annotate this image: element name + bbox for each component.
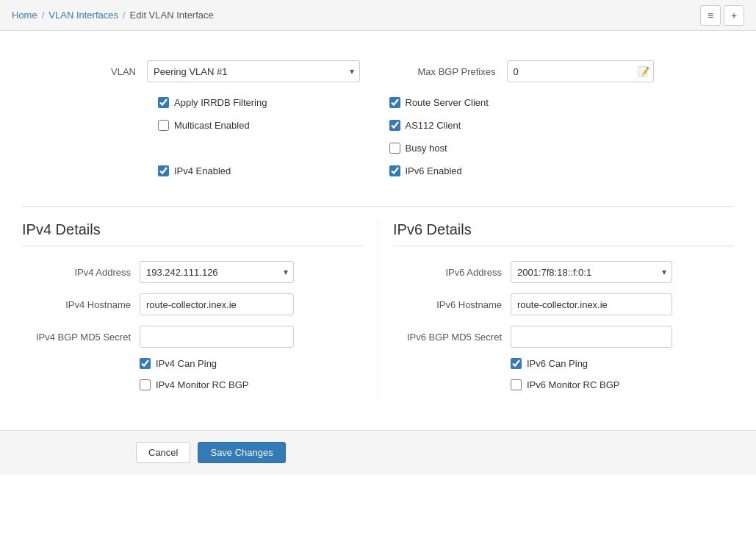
ipv6-md5-input[interactable] (511, 326, 672, 348)
add-icon: + (731, 10, 737, 21)
ipv6-address-row: IPv6 Address 2001:7f8:18::f:0:1 (393, 261, 734, 283)
ipv6-address-select-wrap: 2001:7f8:18::f:0:1 (511, 261, 672, 283)
multicast-checkbox[interactable] (158, 120, 169, 131)
ipv6-monitor-checkbox-label[interactable]: IPv6 Monitor RC BGP (511, 379, 619, 390)
section-divider (22, 206, 734, 207)
ipv4-md5-label: IPv4 BGP MD5 Secret (22, 332, 140, 343)
breadcrumb-vlan-interfaces[interactable]: VLAN Interfaces (48, 10, 118, 21)
ipv6-hostname-row: IPv6 Hostname (393, 293, 734, 315)
ipv4-address-label: IPv4 Address (22, 267, 140, 278)
ipv4-md5-input[interactable] (140, 326, 294, 348)
ipv4-hostname-input[interactable] (140, 293, 294, 315)
ipv6-details-col: IPv6 Details IPv6 Address 2001:7f8:18::f… (378, 221, 734, 401)
busy-host-label: Busy host (406, 143, 447, 154)
breadcrumb-bar: Home / VLAN Interfaces / Edit VLAN Inter… (0, 0, 756, 31)
ipv6-can-ping-label: IPv6 Can Ping (527, 358, 588, 369)
ipv6-enabled-checkbox-label[interactable]: IPv6 Enabled (389, 165, 735, 176)
ipv4-details-heading: IPv4 Details (22, 221, 363, 246)
ipv6-address-select[interactable]: 2001:7f8:18::f:0:1 (511, 261, 672, 283)
breadcrumb: Home / VLAN Interfaces / Edit VLAN Inter… (12, 10, 214, 21)
ipv4-monitor-checkbox-label[interactable]: IPv4 Monitor RC BGP (140, 379, 248, 390)
list-view-button[interactable]: ≡ (700, 5, 721, 26)
ipv4-hostname-row: IPv4 Hostname (22, 293, 363, 315)
ipv6-monitor-label: IPv6 Monitor RC BGP (527, 379, 619, 390)
busy-host-checkbox[interactable] (389, 143, 400, 154)
as112-checkbox-label[interactable]: AS112 Client (389, 120, 735, 131)
max-bgp-input[interactable]: 0 (507, 60, 654, 82)
apply-irrdb-checkbox-label[interactable]: Apply IRRDB Filtering (158, 97, 367, 108)
ipv4-address-select-wrap: 193.242.111.126 (140, 261, 294, 283)
ipv6-md5-row: IPv6 BGP MD5 Secret (393, 326, 734, 348)
ip-details-two-col: IPv4 Details IPv4 Address 193.242.111.12… (22, 221, 734, 401)
cancel-button[interactable]: Cancel (136, 442, 190, 463)
ipv4-can-ping-checkbox[interactable] (140, 358, 151, 369)
ipv4-can-ping-checkbox-label[interactable]: IPv4 Can Ping (140, 358, 217, 369)
breadcrumb-home[interactable]: Home (12, 10, 37, 21)
ipv6-monitor-checkbox[interactable] (511, 379, 522, 390)
footer-bar: Cancel Save Changes (0, 430, 756, 474)
ipv4-monitor-row: IPv4 Monitor RC BGP (22, 379, 363, 390)
route-server-checkbox[interactable] (389, 97, 400, 108)
vlan-label: VLAN (22, 66, 147, 77)
multicast-checkbox-label[interactable]: Multicast Enabled (158, 120, 367, 131)
ipv4-address-row: IPv4 Address 193.242.111.126 (22, 261, 363, 283)
ipv6-can-ping-checkbox[interactable] (511, 358, 522, 369)
breadcrumb-sep-2: / (123, 10, 126, 21)
ipv6-can-ping-checkbox-label[interactable]: IPv6 Can Ping (511, 358, 588, 369)
ipv4-md5-row: IPv4 BGP MD5 Secret (22, 326, 363, 348)
ipv4-enabled-checkbox[interactable] (158, 165, 169, 176)
ipv6-hostname-input[interactable] (511, 293, 672, 315)
ipv4-hostname-label: IPv4 Hostname (22, 299, 140, 310)
apply-irrdb-checkbox[interactable] (158, 97, 169, 108)
vlan-select-wrap: Peering VLAN #1 (147, 60, 360, 82)
route-server-checkbox-label[interactable]: Route Server Client (389, 97, 735, 108)
top-form: VLAN Peering VLAN #1 Max BGP Prefixes 0 … (22, 46, 734, 198)
breadcrumb-sep-1: / (42, 10, 45, 21)
ipv4-monitor-label: IPv4 Monitor RC BGP (156, 379, 248, 390)
max-bgp-input-wrap: 0 📝 (507, 60, 654, 82)
ipv6-monitor-row: IPv6 Monitor RC BGP (393, 379, 734, 390)
route-server-label: Route Server Client (406, 97, 489, 108)
add-button[interactable]: + (724, 5, 744, 26)
ipv6-can-ping-row: IPv6 Can Ping (393, 358, 734, 369)
multicast-label: Multicast Enabled (174, 120, 250, 131)
as112-checkbox[interactable] (389, 120, 400, 131)
apply-irrdb-label: Apply IRRDB Filtering (174, 97, 267, 108)
ipv6-hostname-label: IPv6 Hostname (393, 299, 511, 310)
ipv4-address-select[interactable]: 193.242.111.126 (140, 261, 294, 283)
ipv6-md5-label: IPv6 BGP MD5 Secret (393, 332, 511, 343)
main-content: VLAN Peering VLAN #1 Max BGP Prefixes 0 … (0, 31, 756, 415)
ipv4-details-col: IPv4 Details IPv4 Address 193.242.111.12… (22, 221, 378, 401)
max-bgp-label: Max BGP Prefixes (389, 66, 507, 77)
breadcrumb-current: Edit VLAN Interface (130, 10, 214, 21)
ipv6-enabled-checkbox[interactable] (389, 165, 400, 176)
vlan-select[interactable]: Peering VLAN #1 (147, 60, 360, 82)
ipv4-monitor-checkbox[interactable] (140, 379, 151, 390)
ipv6-address-label: IPv6 Address (393, 267, 511, 278)
list-icon: ≡ (708, 10, 713, 21)
toolbar-actions: ≡ + (700, 5, 744, 26)
ip-details-section: IPv4 Details IPv4 Address 193.242.111.12… (22, 221, 734, 401)
busy-host-checkbox-label[interactable]: Busy host (389, 143, 735, 154)
ipv6-details-heading: IPv6 Details (393, 221, 734, 246)
save-button[interactable]: Save Changes (198, 442, 285, 463)
ipv4-enabled-checkbox-label[interactable]: IPv4 Enabled (158, 165, 367, 176)
ipv4-enabled-label: IPv4 Enabled (174, 165, 231, 176)
ipv6-enabled-label: IPv6 Enabled (406, 165, 462, 176)
as112-label: AS112 Client (406, 120, 461, 131)
ipv4-can-ping-row: IPv4 Can Ping (22, 358, 363, 369)
ipv4-can-ping-label: IPv4 Can Ping (156, 358, 217, 369)
